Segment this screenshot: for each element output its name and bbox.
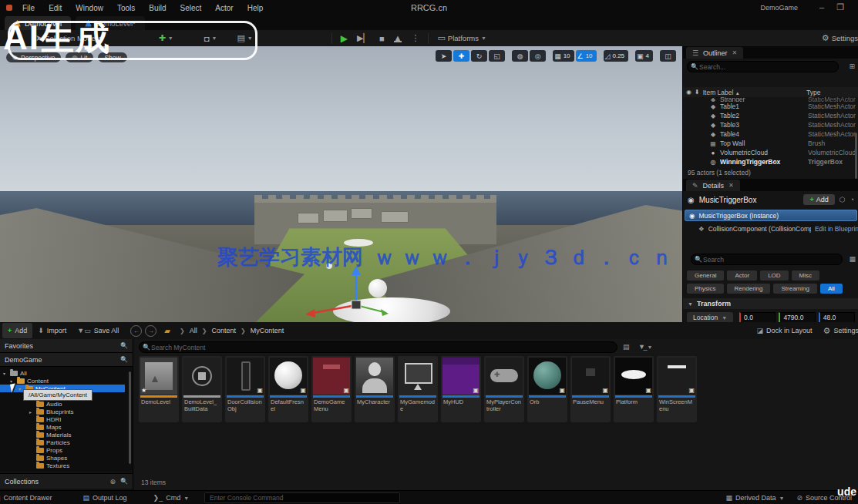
transform-section-header[interactable]: ▼ Transform xyxy=(683,298,858,309)
select-tool-button[interactable]: ➤ xyxy=(436,50,452,62)
settings-button[interactable]: ⚙ Settings xyxy=(817,31,858,46)
back-button[interactable]: ← xyxy=(130,325,142,337)
breadcrumb-item[interactable]: All xyxy=(190,327,197,334)
move-tool-button[interactable]: ✚ xyxy=(453,50,469,62)
asset-tile[interactable]: MyHUD xyxy=(441,356,481,422)
menu-item[interactable]: Edit xyxy=(49,4,62,12)
stop-button[interactable]: ■ xyxy=(375,31,389,46)
asset-tile[interactable]: DemoLevel xyxy=(139,356,179,422)
folder-tree-row[interactable]: ▾All xyxy=(0,369,133,377)
view-options-icon[interactable]: ▦ xyxy=(849,255,856,263)
category-chip[interactable]: Physics xyxy=(687,284,724,294)
filter-icon[interactable]: ▼̲ ▼ xyxy=(638,343,652,351)
details-tab[interactable]: ✎ Details ✕ xyxy=(686,180,740,191)
category-chip[interactable]: Actor xyxy=(727,270,757,281)
asset-tile[interactable]: DemoGameMenu xyxy=(311,356,352,422)
new-folder-icon[interactable]: ⊞ xyxy=(849,62,855,70)
restore-button[interactable]: ❐ xyxy=(836,2,844,12)
rotate-tool-button[interactable]: ↻ xyxy=(471,50,487,62)
maximize-viewport-button[interactable]: ◫ xyxy=(660,50,676,62)
cmd-button[interactable]: ❯_Cmd▼ xyxy=(147,491,196,504)
search-icon[interactable]: 🔍 xyxy=(120,356,128,363)
search-icon[interactable]: 🔍 xyxy=(120,342,128,349)
save-all-button[interactable]: ▼▭Save All xyxy=(72,323,124,338)
derived-data-button[interactable]: ▦Derived Data▼ xyxy=(719,491,790,504)
pin-column-icon[interactable]: ⬇ xyxy=(695,89,700,96)
viewport[interactable]: ◉Perspective ◍Lit Show ➤ ✚ ↻ ◱ ◍ ◎ ▦10 ∠… xyxy=(0,46,682,322)
scale-tool-button[interactable]: ◱ xyxy=(489,50,505,62)
skip-button[interactable]: ▶▏ xyxy=(352,31,375,46)
tree-scrollbar[interactable] xyxy=(129,371,131,464)
platforms-button[interactable]: ▭ Platforms ▼ xyxy=(432,31,490,46)
more-options-button[interactable]: ⋮ xyxy=(406,31,424,46)
folder-tree-row[interactable]: Shapes xyxy=(0,454,133,462)
instance-row[interactable]: ◉ MusicTriggerBox (Instance) xyxy=(685,210,857,221)
category-chip[interactable]: Streaming xyxy=(773,284,816,294)
dock-in-layout-button[interactable]: ◪Dock in Layout xyxy=(752,323,818,338)
folder-tree-row[interactable]: Textures xyxy=(0,462,133,469)
grid-snap-button[interactable]: ▦10 xyxy=(553,50,574,62)
details-search-input[interactable] xyxy=(691,254,843,265)
menu-item[interactable]: File xyxy=(22,4,35,12)
type-header[interactable]: Type xyxy=(806,89,856,96)
folder-tree-row[interactable]: Maps xyxy=(0,423,133,431)
outliner-row[interactable]: Top WallBrush xyxy=(683,139,858,148)
add-content-button[interactable]: +Add xyxy=(2,323,32,338)
translate-gizmo[interactable] xyxy=(301,265,409,322)
collections-bar[interactable]: Collections ⊕ 🔍 xyxy=(0,473,133,489)
help-icon[interactable]: ◔ xyxy=(850,196,854,203)
outliner-row[interactable]: Table1StaticMeshActor xyxy=(683,102,858,111)
outliner-row[interactable]: WinningTriggerBoxTriggerBox xyxy=(683,157,858,166)
add-collection-icon[interactable]: ⊕ xyxy=(109,478,116,486)
folder-tree-row[interactable]: HDRI xyxy=(0,415,133,423)
eject-button[interactable]: ▲ xyxy=(389,31,407,46)
folder-tree-row[interactable]: ▸Blueprints xyxy=(0,408,133,415)
minimize-button[interactable]: – xyxy=(819,2,824,12)
asset-tile[interactable]: PauseMenu xyxy=(570,356,611,422)
outliner-row[interactable]: StrangerStaticMeshActor xyxy=(683,97,858,102)
asset-tile[interactable]: DemoLevel_BuiltData xyxy=(182,356,222,422)
add-component-button[interactable]: +Add xyxy=(803,194,834,205)
menu-item[interactable]: Build xyxy=(149,4,166,12)
edit-in-blueprint-link[interactable]: Edit in Blueprint xyxy=(815,225,858,233)
menu-item[interactable]: Window xyxy=(76,4,103,12)
asset-tile[interactable]: Platform xyxy=(614,356,654,422)
console-input[interactable] xyxy=(204,492,400,503)
folder-tree-row[interactable]: Audio xyxy=(0,400,133,408)
expander-icon[interactable]: ▾ xyxy=(10,378,15,384)
outliner-scrollbar[interactable] xyxy=(855,133,857,179)
asset-tile[interactable]: DefaultFresnel xyxy=(268,356,308,422)
breadcrumb-item[interactable]: Content xyxy=(211,327,236,334)
menu-item[interactable]: Select xyxy=(180,4,202,12)
close-icon[interactable]: ✕ xyxy=(728,182,734,189)
folder-tree-row[interactable]: Particles xyxy=(0,438,133,446)
import-button[interactable]: ⬇Import xyxy=(32,323,72,338)
blueprint-graph-icon[interactable]: ⬡ xyxy=(839,196,846,203)
asset-tile[interactable]: DoorCollisionObj xyxy=(225,356,265,422)
outliner-row[interactable]: VolumetricCloudVolumetricCloud xyxy=(683,148,858,157)
category-chip[interactable]: General xyxy=(687,270,724,281)
asset-search-input[interactable] xyxy=(139,341,617,353)
camera-speed-button[interactable]: ▣4 xyxy=(635,50,653,62)
expander-icon[interactable]: ▸ xyxy=(29,409,34,415)
close-icon[interactable]: ✕ xyxy=(732,49,738,56)
category-chip[interactable]: LOD xyxy=(760,270,788,281)
asset-tile[interactable]: MyGamemode xyxy=(398,356,438,422)
play-button[interactable]: ▶ xyxy=(336,31,352,46)
outliner-row[interactable]: Table3StaticMeshActor xyxy=(683,120,858,129)
expander-icon[interactable]: ▾ xyxy=(3,371,8,376)
search-icon[interactable]: 🔍 xyxy=(120,478,128,485)
content-drawer-button[interactable]: ⬓Content Drawer xyxy=(0,491,59,504)
favorites-header[interactable]: Favorites 🔍 xyxy=(0,339,133,353)
outliner-row[interactable]: Table2StaticMeshActor xyxy=(683,111,858,120)
category-chip[interactable]: All xyxy=(820,284,843,294)
folder-tree-row[interactable]: Props xyxy=(0,446,133,454)
output-log-button[interactable]: ▤Output Log xyxy=(77,491,133,504)
folder-tree-row[interactable]: ▾Content xyxy=(0,377,133,385)
category-chip[interactable]: Misc xyxy=(792,270,819,281)
cb-settings-button[interactable]: ⚙Settings xyxy=(818,323,858,338)
asset-tile[interactable]: WinScreenMenu xyxy=(657,356,697,422)
outliner-tab[interactable]: ☰ Outliner ✕ xyxy=(686,47,743,59)
asset-tile[interactable]: MyPlayerController xyxy=(484,356,524,422)
scale-snap-button[interactable]: ◿0.25 xyxy=(604,50,629,62)
